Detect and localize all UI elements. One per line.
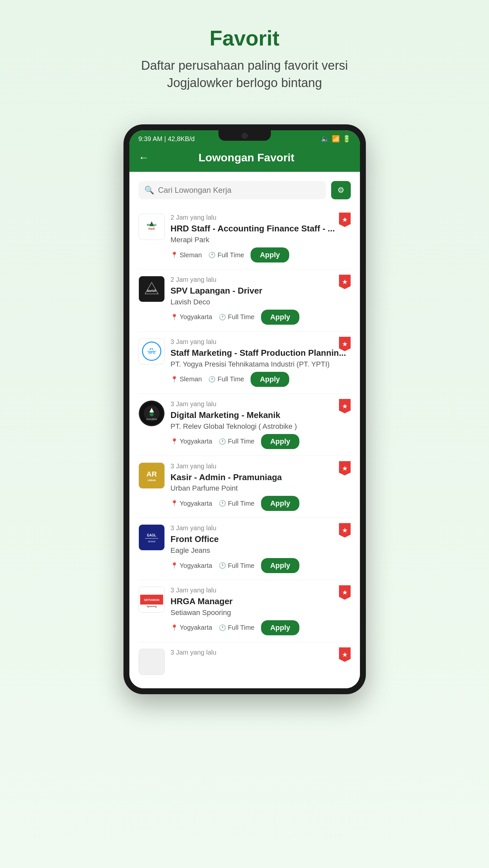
eagle-logo-svg: EAGL JEANS [140, 526, 163, 549]
job-info: 3 Jam yang lalu Front Office Eagle Jeans… [171, 524, 351, 573]
job-type: 🕐 Full Time [219, 500, 255, 507]
company-logo [139, 649, 165, 675]
job-company: Setiawan Spooring [171, 609, 351, 617]
filter-icon: ⚙ [337, 186, 345, 195]
job-meta: 📍 Yogyakarta 🕐 Full Time Apply [171, 496, 351, 511]
time-icon: 🕐 [219, 562, 226, 569]
job-meta: 📍 Sleman 🕐 Full Time Apply [171, 372, 351, 387]
favorite-badge: ★ [339, 337, 351, 351]
page-title: Favorit [141, 26, 348, 51]
job-location: 📍 Sleman [171, 251, 202, 259]
location-icon: 📍 [171, 251, 178, 258]
back-button[interactable]: ← [139, 152, 149, 164]
job-time: 3 Jam yang lalu [171, 338, 351, 346]
apply-button[interactable]: Apply [261, 620, 299, 635]
wifi-icon: 📶 [332, 135, 340, 143]
job-meta: 📍 Yogyakarta 🕐 Full Time Apply [171, 620, 351, 635]
job-time: 2 Jam yang lalu [171, 276, 351, 283]
job-company: PT. Relev Global Teknologi ( Astrobike ) [171, 422, 351, 431]
type-text: Full Time [228, 313, 255, 321]
apply-button[interactable]: Apply [261, 434, 299, 449]
favorite-badge: ★ [339, 275, 351, 289]
job-title: Kasir - Admin - Pramuniaga [171, 472, 351, 483]
job-card-inner: 3 Jam yang lalu [139, 649, 351, 675]
apply-button[interactable]: Apply [261, 310, 299, 325]
job-card: ★ PT. YPTI 3 Jam yang lalu Staff Ma [139, 332, 351, 394]
job-info: 2 Jam yang lalu HRD Staff - Accounting F… [171, 214, 351, 262]
job-info: 2 Jam yang lalu SPV Lapangan - Driver La… [171, 276, 351, 325]
status-icons: 🔈 📶 🔋 [321, 135, 351, 143]
location-icon: 📍 [171, 438, 178, 445]
job-company: Urban Parfume Point [171, 484, 351, 493]
screen-content: 🔍 ⚙ ★ Merapi Park [130, 172, 360, 688]
job-card: ★ AstroBike 3 Jam yang lalu Digita [139, 394, 351, 456]
company-logo: lavish [139, 276, 165, 302]
apply-button[interactable]: Apply [251, 372, 289, 387]
job-card-inner: AstroBike 3 Jam yang lalu Digital Market… [139, 400, 351, 449]
job-time: 3 Jam yang lalu [171, 400, 351, 408]
apply-button[interactable]: Apply [261, 558, 299, 573]
location-icon: 📍 [171, 500, 178, 507]
job-location: 📍 Yogyakarta [171, 438, 212, 445]
svg-text:URBAN: URBAN [147, 479, 155, 482]
favorite-badge: ★ [339, 461, 351, 475]
job-card: ★ AR URBAN 3 Jam yang lalu Kasir - Admin… [139, 456, 351, 518]
job-info: 3 Jam yang lalu HRGA Manager Setiawan Sp… [171, 587, 351, 635]
time-icon: 🕐 [219, 314, 226, 321]
page-subtitle: Daftar perusahaan paling favorit versiJo… [141, 57, 348, 92]
job-type: 🕐 Full Time [219, 313, 255, 321]
job-company: Eagle Jeans [171, 546, 351, 555]
job-title: HRGA Manager [171, 596, 351, 607]
svg-text:lavish: lavish [147, 289, 156, 292]
location-text: Sleman [180, 251, 202, 259]
svg-text:JEANS: JEANS [148, 540, 155, 542]
svg-text:Park: Park [148, 227, 155, 230]
type-text: Full Time [218, 375, 244, 383]
job-time: 3 Jam yang lalu [171, 524, 351, 532]
job-info: 3 Jam yang lalu Kasir - Admin - Pramunia… [171, 463, 351, 511]
merapi-logo-svg: Merapi Park [140, 215, 163, 238]
job-card-inner: lavish 2 Jam yang lalu SPV Lapangan - Dr… [139, 276, 351, 325]
job-info: 3 Jam yang lalu Staff Marketing - Staff … [171, 338, 351, 387]
type-text: Full Time [228, 500, 255, 507]
job-info: 3 Jam yang lalu Digital Marketing - Meka… [171, 400, 351, 449]
apply-button[interactable]: Apply [261, 496, 299, 511]
search-wrapper[interactable]: 🔍 [139, 181, 326, 199]
job-location: 📍 Yogyakarta [171, 313, 212, 321]
search-input[interactable] [158, 186, 320, 195]
job-type: 🕐 Full Time [219, 438, 255, 445]
search-icon: 🔍 [144, 186, 154, 195]
apply-button[interactable]: Apply [251, 247, 289, 262]
location-text: Yogyakarta [180, 438, 212, 445]
job-time: 3 Jam yang lalu [171, 587, 351, 594]
urban-logo-svg: AR URBAN [140, 464, 163, 487]
filter-button[interactable]: ⚙ [331, 181, 351, 199]
svg-point-20 [140, 526, 163, 549]
favorite-badge: ★ [339, 585, 351, 599]
job-location: 📍 Sleman [171, 375, 202, 383]
location-text: Sleman [180, 375, 202, 383]
time-icon: 🕐 [219, 624, 226, 631]
job-card-inner: AR URBAN 3 Jam yang lalu Kasir - Admin -… [139, 463, 351, 511]
svg-text:Spooring: Spooring [146, 605, 156, 608]
svg-text:PT.: PT. [149, 348, 153, 351]
job-title: Front Office [171, 534, 351, 545]
battery-icon: 🔋 [343, 135, 351, 143]
company-logo: AR URBAN [139, 463, 165, 489]
job-title: HRD Staff - Accounting Finance Staff - .… [171, 223, 351, 234]
type-text: Full Time [218, 251, 244, 259]
svg-point-15 [150, 412, 153, 416]
favorite-badge: ★ [339, 212, 351, 227]
job-type: 🕐 Full Time [208, 251, 244, 259]
app-title: Lowongan Favorit [155, 151, 338, 164]
type-text: Full Time [228, 624, 255, 631]
app-header: ← Lowongan Favorit [130, 146, 360, 172]
job-type: 🕐 Full Time [219, 624, 255, 631]
job-type: 🕐 Full Time [219, 562, 255, 569]
location-text: Yogyakarta [180, 624, 212, 631]
phone-screen: 9:39 AM | 42,8KB/d 🔈 📶 🔋 ← Lowongan Favo… [130, 130, 360, 688]
job-info: 3 Jam yang lalu [171, 649, 351, 658]
company-logo: PT. YPTI [139, 338, 165, 364]
lavish-logo-svg: lavish [140, 278, 163, 301]
job-company: Lavish Deco [171, 298, 351, 306]
